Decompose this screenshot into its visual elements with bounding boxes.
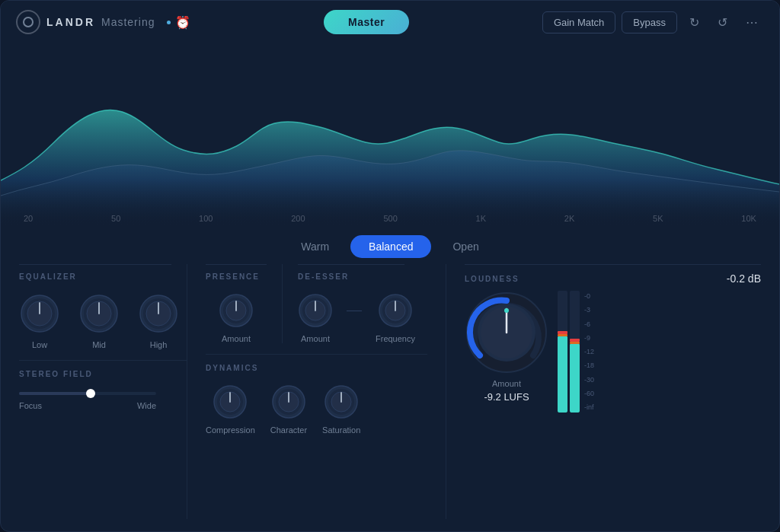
eq-high-label: High [150,340,168,349]
freq-label-500: 500 [383,214,397,223]
freq-label-2k: 2K [564,214,574,223]
compression-knob[interactable] [213,384,248,419]
spectrum-svg [1,43,779,226]
undo-button[interactable]: ↻ [683,11,705,34]
logo-inner-circle [23,17,34,27]
de-esser-freq-knob[interactable] [378,293,413,328]
freq-label-20: 20 [24,214,33,223]
logo-icon [16,10,40,34]
freq-label-100: 100 [199,214,213,223]
header-clock: ⏰ [167,15,190,30]
saturation-group: Saturation [322,384,360,435]
stereo-slider[interactable] [19,392,156,395]
compression-label: Compression [206,425,255,435]
stereo-focus-label: Focus [19,401,42,410]
meter-bars [558,291,580,413]
meter-scale-18: -18 [584,362,594,369]
de-esser-freq-label: Frequency [376,334,415,343]
master-button[interactable]: Master [324,10,409,34]
loudness-header: LOUDNESS -0.2 dB [465,272,761,285]
freq-label-1k: 1K [476,214,486,223]
freq-label-10k: 10K [741,214,756,223]
meter-scale-60: -60 [584,390,594,397]
meter-bar-2-fill [570,344,580,413]
spectrum-area: 20 50 100 200 500 1K 2K 5K 10K [1,43,779,226]
redo-button[interactable]: ↺ [711,11,734,34]
presence-section: PRESENCE Amount [206,264,267,343]
meter-bar-1-fill [558,336,567,413]
app-container: LANDR Mastering ⏰ Master Gain Match Bypa… [0,0,780,532]
style-warm-button[interactable]: Warm [283,235,347,258]
presence-amount-label: Amount [222,334,251,343]
character-label: Character [270,425,307,435]
section-divider [282,264,283,343]
freq-label-200: 200 [291,214,305,223]
saturation-label: Saturation [322,425,360,435]
character-knob[interactable] [271,384,306,419]
freq-label-50: 50 [111,214,120,223]
loudness-content: Amount -9.2 LUFS [465,291,594,413]
meter-scale: -0 -3 -6 -9 -12 -18 -30 -60 -inf [584,291,594,413]
presence-separator [206,264,267,265]
de-esser-connector [347,311,362,311]
character-group: Character [270,384,307,435]
left-panel: EQUALIZER Low [19,264,187,519]
clock-dot [167,21,171,24]
saturation-knob[interactable] [324,384,359,419]
stereo-slider-fill [19,392,94,395]
stereo-labels: Focus Wide [19,401,156,410]
loudness-meter: -0 -3 -6 -9 -12 -18 -30 -60 -inf [558,291,594,413]
eq-mid-group: Mid [78,293,120,349]
de-esser-freq-group: Frequency [376,293,415,343]
stereo-title: STEREO FIELD [19,370,187,378]
meter-bar-1 [558,291,567,413]
dynamics-section: DYNAMICS Compression [206,354,427,435]
stereo-field-section: STEREO FIELD Focus Wide [19,360,187,410]
loudness-panel: LOUDNESS -0.2 dB [446,264,761,519]
loudness-amount-label: Amount [492,379,521,388]
meter-scale-6: -6 [584,320,594,328]
meter-scale-30: -30 [584,376,594,384]
meter-bar-2 [570,291,580,413]
controls-area: EQUALIZER Low [1,264,779,531]
de-esser-amount-group: Amount [298,293,333,343]
loudness-separator [465,264,761,265]
header: LANDR Mastering ⏰ Master Gain Match Bypa… [1,1,779,43]
loudness-lufs: -9.2 LUFS [484,391,529,403]
eq-section: EQUALIZER Low [19,264,187,349]
bypass-button[interactable]: Bypass [622,11,677,33]
style-selector: Warm Balanced Open [1,226,779,264]
loudness-big-knob[interactable] [465,291,548,374]
meter-scale-12: -12 [584,348,594,355]
loudness-title: LOUDNESS [465,275,519,283]
eq-low-knob[interactable] [19,293,60,334]
eq-low-group: Low [19,293,60,349]
de-esser-section: DE-ESSER Amount [298,264,415,343]
deesser-separator [298,264,404,265]
presence-amount-group: Amount [206,293,267,343]
stereo-slider-thumb[interactable] [86,389,95,398]
stereo-wide-label: Wide [137,401,156,410]
eq-high-knob[interactable] [138,293,179,334]
de-esser-amount-label: Amount [301,334,330,343]
eq-mid-label: Mid [92,340,106,349]
de-esser-amount-knob[interactable] [298,293,333,328]
gain-match-button[interactable]: Gain Match [542,11,615,33]
presence-amount-knob[interactable] [219,293,254,328]
dynamics-knobs-row: Compression Character [206,384,427,435]
style-balanced-button[interactable]: Balanced [350,235,431,258]
eq-title: EQUALIZER [19,272,77,281]
svg-point-40 [504,308,509,313]
style-open-button[interactable]: Open [434,235,497,258]
logo-sub: Mastering [101,16,155,28]
presence-deesser-row: PRESENCE Amount [206,264,427,343]
loudness-knob-area: Amount -9.2 LUFS [465,291,548,403]
presence-title: PRESENCE [206,272,267,281]
eq-knobs-row: Low Mid [19,293,179,349]
de-esser-knobs: Amount [298,293,415,343]
meter-scale-9: -9 [584,334,594,342]
more-options-button[interactable]: ⋯ [740,11,764,34]
freq-label-5k: 5K [653,214,663,223]
eq-mid-knob[interactable] [78,293,120,334]
eq-separator [19,264,171,265]
